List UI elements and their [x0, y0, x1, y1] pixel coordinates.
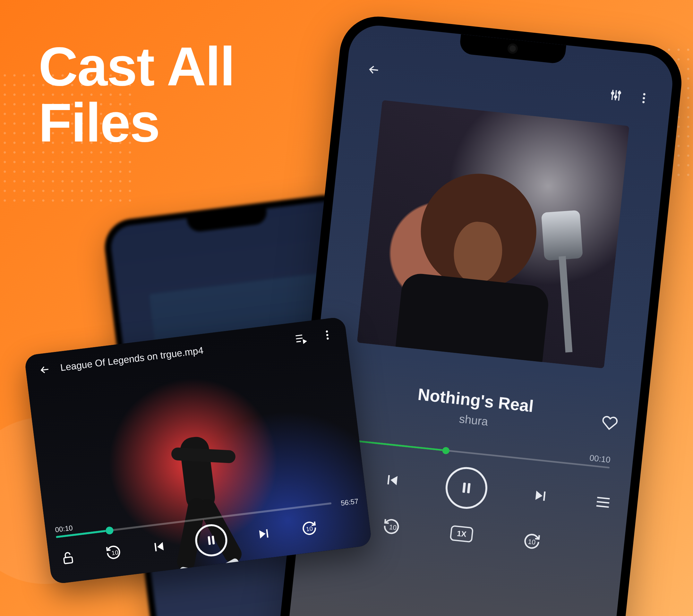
music-topbar: [364, 60, 654, 108]
svg-text:10: 10: [111, 549, 119, 556]
rewind-10-icon[interactable]: 10: [381, 516, 402, 537]
headline-line-2: Files: [39, 95, 235, 151]
skip-previous-icon[interactable]: [382, 470, 403, 491]
svg-rect-17: [212, 536, 215, 544]
svg-point-2: [618, 92, 621, 94]
album-art: [357, 100, 629, 369]
skip-previous-icon[interactable]: [149, 536, 170, 557]
phone-notch: [459, 34, 566, 64]
svg-point-3: [643, 93, 646, 96]
svg-point-5: [642, 101, 645, 103]
svg-rect-7: [462, 482, 466, 493]
equalizer-icon[interactable]: [606, 85, 626, 105]
svg-point-13: [326, 338, 329, 340]
svg-point-0: [612, 92, 614, 95]
playlist-icon[interactable]: [290, 328, 311, 349]
forward-10-icon[interactable]: 10: [522, 531, 542, 552]
svg-rect-8: [467, 483, 471, 493]
headline-line-1: Cast All: [39, 39, 235, 95]
lock-icon[interactable]: [57, 548, 78, 569]
forward-10-icon[interactable]: 10: [299, 518, 320, 539]
skip-next-icon[interactable]: [254, 523, 274, 544]
pause-button[interactable]: [194, 522, 229, 558]
svg-rect-14: [64, 557, 73, 564]
pause-button[interactable]: [443, 465, 489, 511]
svg-point-11: [325, 331, 328, 333]
svg-point-1: [614, 96, 617, 98]
svg-text:10: 10: [528, 538, 536, 546]
back-icon[interactable]: [364, 60, 384, 80]
svg-rect-16: [208, 536, 211, 545]
svg-text:10: 10: [306, 525, 313, 533]
back-icon[interactable]: [34, 359, 55, 380]
speed-badge[interactable]: 1X: [450, 525, 474, 543]
skip-next-icon[interactable]: [530, 485, 551, 506]
total-time: 00:10: [589, 453, 611, 465]
svg-text:10: 10: [389, 523, 397, 531]
rewind-10-icon[interactable]: 10: [103, 542, 124, 563]
promo-headline: Cast All Files: [39, 39, 235, 151]
svg-point-4: [642, 97, 645, 99]
video-player-card: League Of Legends on trgue.mp4 00:10 56:…: [24, 316, 372, 584]
more-vert-icon[interactable]: [317, 325, 338, 345]
queue-icon[interactable]: [593, 492, 613, 513]
svg-point-12: [326, 334, 329, 336]
more-vert-icon[interactable]: [634, 88, 654, 108]
heart-icon[interactable]: [600, 413, 620, 434]
